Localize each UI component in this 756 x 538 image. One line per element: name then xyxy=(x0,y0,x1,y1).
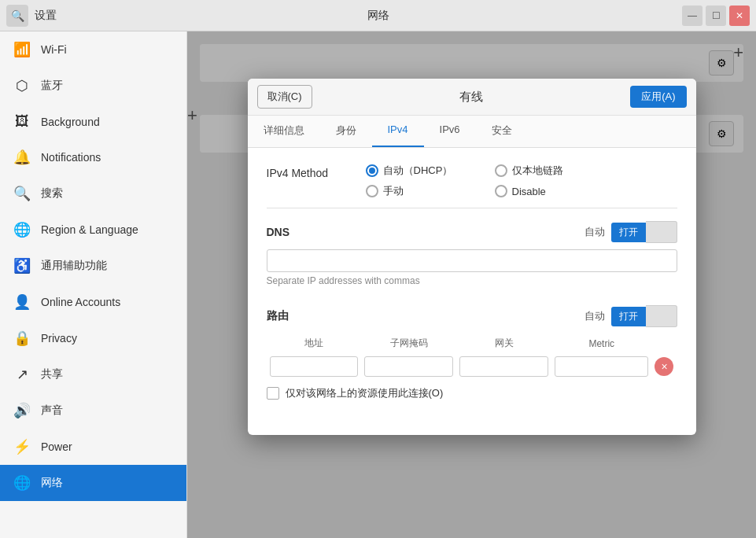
checkbox-row: 仅对该网络上的资源使用此连接(O) xyxy=(267,386,677,400)
dialog-apply-button[interactable]: 应用(A) xyxy=(630,86,686,108)
ipv4-method-label: IPv4 Method xyxy=(267,164,353,179)
sidebar-label-privacy: Privacy xyxy=(41,332,77,345)
dns-input[interactable] xyxy=(267,249,677,272)
sidebar-label-network: 网络 xyxy=(41,476,63,490)
route-col-address: 地址 xyxy=(267,333,362,355)
tab-ipv6[interactable]: IPv6 xyxy=(424,116,476,147)
region-icon: 🌐 xyxy=(13,221,31,238)
dialog-header: 取消(C) 有线 应用(A) xyxy=(248,79,696,116)
dialog: 取消(C) 有线 应用(A) 详细信息 身份 IPv4 IPv6 安全 IPv4 xyxy=(248,79,696,435)
ipv4-method-row: IPv4 Method 自动（DHCP） 仅本地链路 xyxy=(267,164,677,198)
sidebar-item-online-accounts[interactable]: 👤 Online Accounts xyxy=(0,284,186,320)
dns-toggle-off-area xyxy=(646,221,677,243)
route-delete-button[interactable]: × xyxy=(655,357,673,376)
dns-toggle[interactable]: 打开 xyxy=(611,221,677,243)
online-accounts-icon: 👤 xyxy=(13,293,31,311)
titlebar-left: 🔍 设置 xyxy=(6,5,57,27)
sidebar-item-sound[interactable]: 🔊 声音 xyxy=(0,392,186,429)
radio-circle-auto-dhcp xyxy=(366,164,378,177)
dns-label: DNS xyxy=(267,226,585,238)
sidebar-label-sound: 声音 xyxy=(41,404,63,418)
dialog-tabs: 详细信息 身份 IPv4 IPv6 安全 xyxy=(248,116,696,148)
sidebar-item-search[interactable]: 🔍 搜索 xyxy=(0,175,186,212)
power-icon: ⚡ xyxy=(13,438,31,455)
route-checkbox[interactable] xyxy=(267,387,279,400)
divider-1 xyxy=(267,208,677,208)
sidebar-label-notifications: Notifications xyxy=(41,151,101,164)
sidebar-label-power: Power xyxy=(41,440,72,453)
route-table: 地址 子网掩码 网关 Metric xyxy=(267,333,677,378)
dialog-cancel-button[interactable]: 取消(C) xyxy=(257,85,312,109)
radio-disable[interactable]: Disable xyxy=(495,184,605,198)
settings-title: 设置 xyxy=(35,9,57,23)
route-row-1: × xyxy=(267,355,677,378)
route-label: 路由 xyxy=(267,309,585,323)
radio-circle-disable xyxy=(495,185,507,197)
sidebar-item-privacy[interactable]: 🔒 Privacy xyxy=(0,320,186,356)
radio-manual[interactable]: 手动 xyxy=(366,184,476,198)
radio-circle-manual xyxy=(366,185,378,197)
bluetooth-icon: ⬡ xyxy=(13,77,31,94)
tab-ipv4[interactable]: IPv4 xyxy=(372,116,424,147)
sidebar-label-wifi: Wi-Fi xyxy=(41,43,67,56)
titlebar-search-button[interactable]: 🔍 xyxy=(6,5,28,27)
dialog-body: IPv4 Method 自动（DHCP） 仅本地链路 xyxy=(248,148,696,435)
radio-label-auto-dhcp: 自动（DHCP） xyxy=(383,164,453,178)
sound-icon: 🔊 xyxy=(13,402,31,419)
dns-toggle-on-btn[interactable]: 打开 xyxy=(611,223,646,242)
sidebar-item-region[interactable]: 🌐 Region & Language xyxy=(0,212,186,248)
dialog-title: 有线 xyxy=(319,90,625,105)
titlebar: 🔍 设置 网络 — ☐ ✕ xyxy=(0,0,756,31)
sidebar-label-bluetooth: 蓝牙 xyxy=(41,79,63,93)
route-toggle[interactable]: 打开 xyxy=(611,305,677,327)
tab-identity[interactable]: 身份 xyxy=(320,116,372,147)
main-layout: 📶 Wi-Fi ⬡ 蓝牙 🖼 Background 🔔 Notification… xyxy=(0,31,756,538)
tab-security[interactable]: 安全 xyxy=(476,116,528,147)
route-metric-input[interactable] xyxy=(555,356,648,377)
route-address-input[interactable] xyxy=(270,356,359,377)
route-toggle-on-btn[interactable]: 打开 xyxy=(611,307,646,326)
dns-section: DNS 自动 打开 Separate IP addresses with com… xyxy=(267,221,677,286)
route-subnet-input[interactable] xyxy=(364,356,453,377)
sidebar-item-accessibility[interactable]: ♿ 通用辅助功能 xyxy=(0,248,186,284)
search-icon: 🔍 xyxy=(13,185,31,202)
tab-details[interactable]: 详细信息 xyxy=(248,116,320,147)
route-toggle-off-area xyxy=(646,305,677,327)
sidebar-item-bluetooth[interactable]: ⬡ 蓝牙 xyxy=(0,68,186,104)
sidebar-item-network[interactable]: 🌐 网络 xyxy=(0,465,186,501)
window-controls: — ☐ ✕ xyxy=(682,6,750,26)
notifications-icon: 🔔 xyxy=(13,149,31,166)
route-col-metric: Metric xyxy=(551,333,651,355)
sidebar-label-accessibility: 通用辅助功能 xyxy=(41,259,107,273)
dns-hint: Separate IP addresses with commas xyxy=(267,275,677,286)
maximize-button[interactable]: ☐ xyxy=(706,6,726,26)
route-section: 路由 自动 打开 地址 子网掩码 xyxy=(267,305,677,400)
route-checkbox-label: 仅对该网络上的资源使用此连接(O) xyxy=(286,386,444,400)
sidebar-label-share: 共享 xyxy=(41,367,63,381)
close-button[interactable]: ✕ xyxy=(729,6,750,26)
radio-link-local[interactable]: 仅本地链路 xyxy=(495,164,605,178)
dns-auto-label: 自动 xyxy=(585,225,605,239)
privacy-icon: 🔒 xyxy=(13,330,31,347)
route-header-row: 路由 自动 打开 xyxy=(267,305,677,327)
route-auto-label: 自动 xyxy=(585,309,605,323)
sidebar-item-wifi[interactable]: 📶 Wi-Fi xyxy=(0,31,186,68)
sidebar-item-notifications[interactable]: 🔔 Notifications xyxy=(0,139,186,175)
minimize-button[interactable]: — xyxy=(682,6,703,26)
background-icon: 🖼 xyxy=(13,113,31,130)
radio-label-disable: Disable xyxy=(512,186,546,197)
sidebar-item-power[interactable]: ⚡ Power xyxy=(0,429,186,465)
sidebar-item-background[interactable]: 🖼 Background xyxy=(0,104,186,139)
route-gateway-input[interactable] xyxy=(459,356,548,377)
dialog-overlay: 取消(C) 有线 应用(A) 详细信息 身份 IPv4 IPv6 安全 IPv4 xyxy=(187,31,756,538)
share-icon: ↗ xyxy=(13,366,31,383)
route-col-action xyxy=(651,333,677,355)
wifi-icon: 📶 xyxy=(13,41,31,58)
radio-label-link-local: 仅本地链路 xyxy=(512,164,563,178)
radio-auto-dhcp[interactable]: 自动（DHCP） xyxy=(366,164,476,178)
network-icon: 🌐 xyxy=(13,474,31,492)
network-window-title: 网络 xyxy=(367,9,389,23)
accessibility-icon: ♿ xyxy=(13,257,31,275)
sidebar-item-share[interactable]: ↗ 共享 xyxy=(0,356,186,392)
sidebar-label-background: Background xyxy=(41,116,100,128)
